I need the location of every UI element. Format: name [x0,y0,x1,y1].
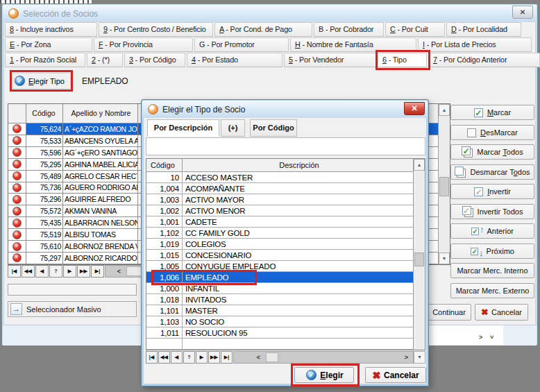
button-marcar-merc-interno[interactable]: Marcar Merc. Interno [450,263,534,278]
button-label: Marcar Merc. Externo [456,287,530,295]
table-row[interactable]: 1,005CONYUGUE EMPLEADO [146,261,413,272]
scroll-right-icon[interactable]: > [479,334,482,341]
nav-next-page-button[interactable]: ▶▶ [208,351,220,364]
button-desmarcar[interactable]: DesMarcar [450,125,534,140]
nav-prev-page-button[interactable]: ◀◀ [158,351,170,364]
tab-5-por-vendedor[interactable]: 5 - Por Vendedor [284,53,376,67]
scroll-up-icon[interactable]: ▲ [439,104,450,116]
tab-a-por-cond-de-pago[interactable]: A - Por Cond. de Pago [214,22,312,37]
button-label: Marcar Todos [477,148,523,156]
tipo-grid-vscrollbar[interactable]: ▲ [413,159,425,350]
nav-help-button[interactable]: ? [49,265,62,278]
cancelar-label: Cancelar [491,308,522,316]
button-marcar-merc-externo[interactable]: Marcar Merc. Externo [450,283,534,298]
row-status-cell [8,123,26,135]
nav-hscrollbar[interactable]: < [105,265,142,278]
button-pr-ximo[interactable]: ✓↓Próximo [450,244,534,259]
seleccionador-masivo-button[interactable]: → Seleccionador Masivo [8,301,137,317]
scroll-left-icon[interactable]: < [114,266,124,277]
scroll-right-icon[interactable]: > [401,352,412,363]
button-marcar-todos[interactable]: ✓Marcar Todos [450,144,534,160]
scroll-up-icon[interactable]: ▲ [414,159,425,171]
scroll-down-icon[interactable]: ˅ [490,334,493,341]
tab-i-por-lista-de-precios[interactable]: I - Por Lista de Precios [418,37,532,52]
table-row[interactable]: 1,018INVITADOS [146,294,413,305]
button-anterior[interactable]: ✓↑Anterior [450,223,534,239]
table-row[interactable]: 1,102CC FAMILY GOLD [146,228,413,239]
tab-d-por-localidad[interactable]: D - Por Localidad [446,22,521,37]
nav-first-button[interactable]: |◀ [8,265,21,278]
check-circle-icon: ✓ [306,370,317,380]
row-code-cell: 1,000 [146,283,183,294]
dialog-close-icon[interactable]: ✕ [404,102,425,115]
table-row[interactable]: 1,003ACTIVO MAYOR [146,194,413,205]
button-marcar[interactable]: ✓Marcar [450,105,534,120]
tab-b-por-cobrador[interactable]: B - Por Cobrador [314,22,384,37]
close-icon[interactable]: ✕ [512,6,533,19]
table-row-empty [146,339,413,350]
tab-f-por-provincia[interactable]: F - Por Provincia [94,37,193,52]
tab-plus[interactable]: (+) [221,119,245,137]
tab-6-tipo[interactable]: 6 - Tipo [378,53,427,67]
table-row[interactable]: 1,019COLEGIOS [146,239,413,250]
elegir-button[interactable]: ✓ Elegir [294,367,354,383]
nav-last-button[interactable]: ▶| [91,265,104,278]
nav-first-button[interactable]: |◀ [146,351,158,364]
tab-c-por-cuit[interactable]: C - Por Cuit [385,22,445,37]
scroll-down-icon[interactable]: ▼ [439,253,450,264]
tab-e-por-zona[interactable]: E - Por Zona [5,37,92,52]
scroll-track[interactable] [414,171,425,350]
nav-next-page-button[interactable]: ▶▶ [77,265,90,278]
tab-por-codigo[interactable]: Por Código [250,119,297,137]
tab-8-incluye-inactivos[interactable]: 8 - Incluye inactivos [5,22,97,37]
table-row[interactable]: 1,015CONCESIONARIO [146,250,413,261]
nav-prev-page-button[interactable]: ◀◀ [22,265,35,278]
table-row[interactable]: 1,000INFANTIL [146,283,413,294]
nav-last-button[interactable]: ▶| [221,351,233,364]
tab-g-por-promotor[interactable]: G - Por Promotor [194,37,289,52]
table-row[interactable]: 1,002ACTIVO MENOR [146,205,413,216]
scroll-thumb[interactable] [414,253,424,266]
tab-7-por-c-digo-anterior[interactable]: 7 - Por Código Anterior [428,53,540,67]
header-apellido: Apellido y Nombre [63,104,138,123]
button-invertir[interactable]: ✓Invertir [450,184,534,199]
table-row[interactable]: 1,103NO SOCIO [146,316,413,327]
nav-prev-button[interactable]: ◀ [171,351,183,364]
socios-grid-vscrollbar[interactable]: ▲ ▼ [438,104,450,264]
cancelar-button-main[interactable]: ✖ Cancelar [475,304,528,321]
scroll-thumb[interactable] [439,177,449,196]
cancelar-button-dialog[interactable]: ✖ Cancelar [365,367,426,383]
scroll-thumb[interactable] [266,352,278,362]
scroll-left-icon[interactable]: < [253,352,264,363]
scroll-down-icon[interactable]: ▼ [414,351,425,364]
tab-4-por-estado[interactable]: 4 - Por Estado [187,53,282,67]
button-desmarcar-todos[interactable]: Desmarcar Todos [450,164,534,180]
table-row[interactable]: 10ACCESO MASTER [146,172,413,183]
tab-por-descripcion[interactable]: Por Descripción [147,119,219,137]
row-code-cell: 1,004 [146,183,183,194]
nav-next-button[interactable]: ▶ [196,351,208,364]
continuar-button[interactable]: Continuar [427,304,471,321]
table-row[interactable]: 1,001CADETE [146,216,413,228]
table-row[interactable]: 1,006EMPLEADO [146,272,413,283]
table-row[interactable]: 1,004ACOMPAÑANTE [146,183,413,194]
tab-2[interactable]: 2 - (*) [87,53,123,67]
elegir-tipo-button[interactable]: ✓ Elegir Tipo [12,73,71,89]
nav-prev-button[interactable]: ◀ [35,265,49,278]
row-code-cell: 1,019 [146,239,183,250]
scroll-track[interactable] [439,116,450,253]
nav-hscrollbar[interactable]: <> [233,351,414,364]
button-label: Invertir Todos [478,207,523,216]
button-invertir-todos[interactable]: ✓Invertir Todos [450,204,534,219]
table-row[interactable]: 1,011RESOLUCION 95 [146,327,413,339]
scroll-corner-widget: > ˅ [428,325,503,345]
tab-9-por-centro-costo-beneficio[interactable]: 9 - Por Centro Costo / Beneficio [99,22,213,37]
app-icon [8,8,19,19]
tab-h-nombre-de-fantas-a[interactable]: H - Nombre de Fantasía [290,37,416,52]
search-input[interactable] [146,137,425,155]
tab-3-por-c-digo[interactable]: 3 - Por Código [124,53,185,67]
tab-1-por-raz-n-social[interactable]: 1 - Por Razón Social [5,53,85,67]
nav-help-button[interactable]: ? [183,351,195,364]
table-row[interactable]: 1,101MASTER [146,305,413,316]
nav-next-button[interactable]: ▶ [63,265,76,278]
